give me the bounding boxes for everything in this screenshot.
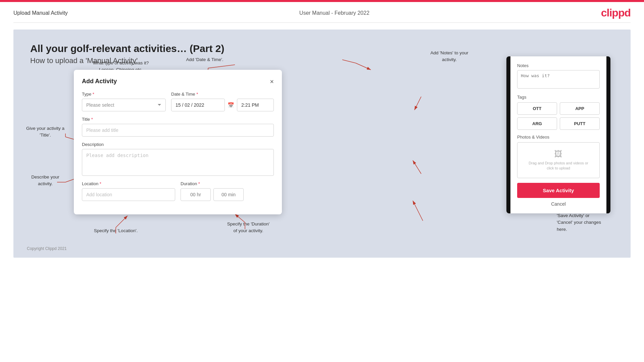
- datetime-required: *: [196, 92, 198, 97]
- calendar-icon: 📅: [228, 102, 234, 108]
- notes-label: Notes: [517, 63, 600, 68]
- duration-required: *: [198, 181, 200, 186]
- type-required: *: [93, 92, 94, 97]
- duration-min-input[interactable]: [213, 188, 244, 201]
- time-input[interactable]: [237, 99, 274, 111]
- tags-label: Tags: [517, 95, 600, 100]
- duration-group: Duration *: [181, 181, 274, 201]
- duration-inputs: [181, 188, 274, 201]
- location-label: Location *: [82, 181, 175, 186]
- tag-arg[interactable]: ARG: [517, 117, 557, 130]
- type-label: Type *: [82, 92, 166, 97]
- location-group: Location *: [82, 181, 175, 201]
- description-textarea[interactable]: [82, 149, 274, 176]
- duration-label: Duration *: [181, 181, 274, 186]
- photo-icon: 🖼: [521, 149, 596, 159]
- tags-grid: OTT APP ARG PUTT: [517, 102, 600, 130]
- header-left-text: Upload Manual Activity: [13, 10, 68, 16]
- annotation-description: Describe your activity.: [23, 174, 67, 188]
- photo-upload-area[interactable]: 🖼 Drag and Drop photos and videos or cli…: [517, 142, 600, 178]
- annotation-date-time: Add 'Date & Time'.: [178, 56, 232, 63]
- datetime-group: Date & Time * 📅: [171, 92, 274, 111]
- header-center-text: User Manual - February 2022: [299, 10, 369, 16]
- type-datetime-row: Type * Please select Date & Time * 📅: [82, 92, 274, 111]
- modal-title: Add Activity: [82, 78, 117, 85]
- annotation-location: Specify the 'Location'.: [87, 227, 144, 234]
- title-group: Title *: [82, 117, 274, 137]
- tag-ott[interactable]: OTT: [517, 102, 557, 115]
- clippd-logo: clippd: [601, 7, 631, 19]
- footer: Copyright Clippd 2021: [27, 246, 67, 251]
- main-content: All your golf-relevant activities… (Part…: [13, 30, 631, 258]
- tag-app[interactable]: APP: [560, 102, 600, 115]
- annotation-duration: Specify the 'Duration' of your activity.: [215, 221, 282, 235]
- duration-hr-input[interactable]: [181, 188, 211, 201]
- svg-line-14: [414, 97, 421, 110]
- description-group: Description: [82, 142, 274, 176]
- save-activity-button[interactable]: Save Activity: [517, 183, 600, 198]
- phone-panel: Notes Tags OTT APP ARG PUTT Photos & Vid…: [506, 56, 610, 213]
- datetime-inputs: 📅: [171, 99, 274, 111]
- type-group: Type * Please select: [82, 92, 166, 111]
- location-required: *: [100, 181, 101, 186]
- svg-line-3: [208, 65, 235, 68]
- page-title: All your golf-relevant activities… (Part…: [30, 43, 614, 54]
- annotation-title: Give your activity a 'Title'.: [23, 125, 67, 139]
- title-required: *: [91, 117, 93, 122]
- photos-label: Photos & Videos: [517, 135, 600, 140]
- svg-line-8: [116, 216, 128, 227]
- header-divider: [13, 22, 631, 23]
- logo-area: clippd: [601, 7, 631, 19]
- modal-close-button[interactable]: ×: [270, 78, 274, 85]
- date-input[interactable]: [171, 99, 225, 111]
- modal-header: Add Activity ×: [82, 78, 274, 85]
- annotation-save-cancel: 'Save Activity' or 'Cancel' your changes…: [557, 212, 624, 233]
- svg-line-16: [413, 201, 423, 221]
- photo-upload-text: Drag and Drop photos and videos or click…: [521, 161, 596, 171]
- cancel-link[interactable]: Cancel: [517, 201, 600, 207]
- title-input[interactable]: [82, 124, 274, 137]
- datetime-label: Date & Time *: [171, 92, 274, 97]
- annotation-notes: Add 'Notes' to your activity.: [423, 50, 476, 63]
- header: Upload Manual Activity User Manual - Feb…: [0, 2, 644, 22]
- title-label: Title *: [82, 117, 274, 122]
- description-label: Description: [82, 142, 274, 147]
- location-input[interactable]: [82, 188, 175, 201]
- type-select[interactable]: Please select: [82, 99, 166, 111]
- notes-textarea[interactable]: [517, 70, 600, 89]
- location-duration-row: Location * Duration *: [82, 181, 274, 201]
- tag-putt[interactable]: PUTT: [560, 117, 600, 130]
- add-activity-modal: Add Activity × Type * Please select Date…: [74, 70, 282, 214]
- svg-line-15: [413, 160, 421, 174]
